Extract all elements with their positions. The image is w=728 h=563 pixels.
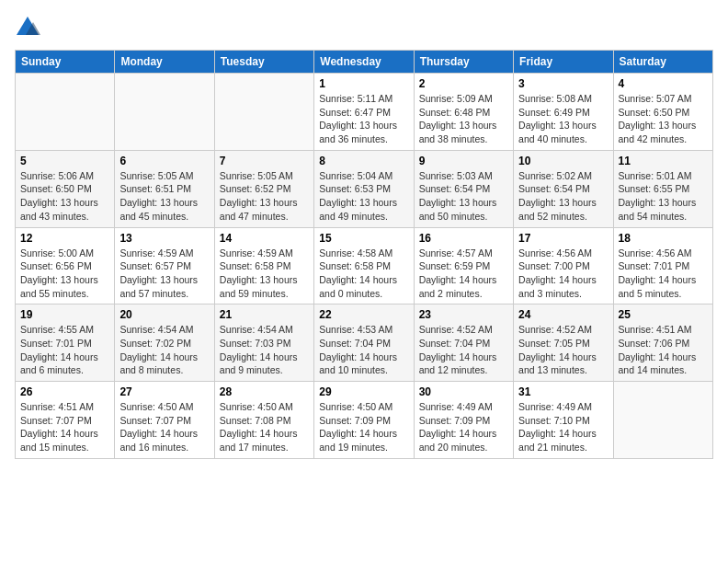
day-number: 22 (319, 308, 408, 321)
day-info: Sunrise: 5:03 AMSunset: 6:54 PMDaylight:… (419, 169, 508, 224)
calendar-empty-cell (115, 74, 214, 151)
day-info: Sunrise: 4:50 AMSunset: 7:08 PMDaylight:… (220, 400, 309, 454)
calendar-day-cell: 2Sunrise: 5:09 AMSunset: 6:48 PMDaylight… (414, 74, 513, 151)
day-info: Sunrise: 4:55 AMSunset: 7:01 PMDaylight:… (20, 323, 109, 377)
calendar-day-cell: 22Sunrise: 4:53 AMSunset: 7:04 PMDayligh… (314, 304, 414, 382)
weekday-header-thursday: Thursday (414, 51, 513, 74)
calendar-day-cell: 8Sunrise: 5:04 AMSunset: 6:53 PMDaylight… (314, 150, 414, 227)
calendar-day-cell: 5Sunrise: 5:06 AMSunset: 6:50 PMDaylight… (16, 150, 115, 227)
day-info: Sunrise: 4:50 AMSunset: 7:09 PMDaylight:… (319, 400, 408, 454)
calendar-week-row: 1Sunrise: 5:11 AMSunset: 6:47 PMDaylight… (16, 74, 713, 151)
day-number: 6 (119, 155, 209, 167)
calendar-day-cell: 6Sunrise: 5:05 AMSunset: 6:51 PMDaylight… (115, 150, 214, 227)
day-info: Sunrise: 4:58 AMSunset: 6:58 PMDaylight:… (319, 247, 408, 301)
calendar-empty-cell (16, 74, 115, 151)
day-number: 10 (518, 155, 608, 167)
calendar-day-cell: 27Sunrise: 4:50 AMSunset: 7:07 PMDayligh… (115, 382, 214, 459)
day-number: 25 (619, 308, 708, 321)
weekday-header-tuesday: Tuesday (214, 51, 313, 74)
day-number: 14 (220, 232, 309, 245)
day-number: 4 (619, 77, 708, 90)
day-info: Sunrise: 4:49 AMSunset: 7:10 PMDaylight:… (518, 400, 608, 454)
day-info: Sunrise: 5:07 AMSunset: 6:50 PMDaylight:… (619, 92, 708, 146)
calendar-day-cell: 26Sunrise: 4:51 AMSunset: 7:07 PMDayligh… (16, 382, 115, 459)
day-number: 27 (119, 385, 209, 398)
calendar-day-cell: 14Sunrise: 4:59 AMSunset: 6:58 PMDayligh… (214, 227, 313, 304)
weekday-header-row: SundayMondayTuesdayWednesdayThursdayFrid… (16, 51, 713, 74)
calendar-week-row: 19Sunrise: 4:55 AMSunset: 7:01 PMDayligh… (16, 304, 713, 382)
day-number: 18 (619, 232, 708, 245)
day-info: Sunrise: 5:09 AMSunset: 6:48 PMDaylight:… (419, 92, 508, 146)
logo (15, 15, 42, 40)
calendar-day-cell: 16Sunrise: 4:57 AMSunset: 6:59 PMDayligh… (414, 227, 513, 304)
day-info: Sunrise: 4:59 AMSunset: 6:58 PMDaylight:… (220, 247, 309, 301)
day-number: 19 (20, 308, 109, 321)
day-info: Sunrise: 5:01 AMSunset: 6:55 PMDaylight:… (619, 169, 708, 224)
calendar-day-cell: 29Sunrise: 4:50 AMSunset: 7:09 PMDayligh… (314, 382, 414, 459)
day-info: Sunrise: 5:06 AMSunset: 6:50 PMDaylight:… (20, 169, 109, 224)
calendar-day-cell: 13Sunrise: 4:59 AMSunset: 6:57 PMDayligh… (115, 227, 214, 304)
day-info: Sunrise: 4:54 AMSunset: 7:03 PMDaylight:… (220, 323, 309, 377)
day-info: Sunrise: 5:08 AMSunset: 6:49 PMDaylight:… (518, 92, 608, 146)
calendar-day-cell: 10Sunrise: 5:02 AMSunset: 6:54 PMDayligh… (514, 150, 613, 227)
day-info: Sunrise: 5:05 AMSunset: 6:52 PMDaylight:… (220, 169, 309, 224)
day-info: Sunrise: 4:49 AMSunset: 7:09 PMDaylight:… (419, 400, 508, 454)
weekday-header-friday: Friday (514, 51, 613, 74)
day-number: 3 (518, 77, 608, 90)
day-number: 15 (319, 232, 408, 245)
page-header (15, 15, 713, 40)
day-info: Sunrise: 5:11 AMSunset: 6:47 PMDaylight:… (319, 92, 408, 146)
day-number: 26 (20, 385, 109, 398)
calendar-day-cell: 1Sunrise: 5:11 AMSunset: 6:47 PMDaylight… (314, 74, 414, 151)
day-number: 9 (419, 155, 508, 167)
day-number: 23 (419, 308, 508, 321)
calendar-day-cell: 3Sunrise: 5:08 AMSunset: 6:49 PMDaylight… (514, 74, 613, 151)
day-info: Sunrise: 4:51 AMSunset: 7:07 PMDaylight:… (20, 400, 109, 454)
day-number: 17 (518, 232, 608, 245)
day-number: 28 (220, 385, 309, 398)
day-number: 20 (119, 308, 209, 321)
day-number: 11 (619, 155, 708, 167)
calendar-empty-cell (613, 382, 712, 459)
logo-icon (15, 15, 40, 40)
calendar-day-cell: 24Sunrise: 4:52 AMSunset: 7:05 PMDayligh… (514, 304, 613, 382)
day-number: 7 (220, 155, 309, 167)
calendar-day-cell: 23Sunrise: 4:52 AMSunset: 7:04 PMDayligh… (414, 304, 513, 382)
weekday-header-monday: Monday (115, 51, 214, 74)
day-info: Sunrise: 4:50 AMSunset: 7:07 PMDaylight:… (119, 400, 209, 454)
calendar-day-cell: 17Sunrise: 4:56 AMSunset: 7:00 PMDayligh… (514, 227, 613, 304)
calendar-week-row: 12Sunrise: 5:00 AMSunset: 6:56 PMDayligh… (16, 227, 713, 304)
day-number: 5 (20, 155, 109, 167)
calendar-day-cell: 20Sunrise: 4:54 AMSunset: 7:02 PMDayligh… (115, 304, 214, 382)
day-number: 31 (518, 385, 608, 398)
day-info: Sunrise: 4:57 AMSunset: 6:59 PMDaylight:… (419, 247, 508, 301)
calendar-day-cell: 11Sunrise: 5:01 AMSunset: 6:55 PMDayligh… (613, 150, 712, 227)
day-info: Sunrise: 4:56 AMSunset: 7:00 PMDaylight:… (518, 247, 608, 301)
day-info: Sunrise: 5:04 AMSunset: 6:53 PMDaylight:… (319, 169, 408, 224)
calendar-day-cell: 9Sunrise: 5:03 AMSunset: 6:54 PMDaylight… (414, 150, 513, 227)
calendar-day-cell: 31Sunrise: 4:49 AMSunset: 7:10 PMDayligh… (514, 382, 613, 459)
calendar-week-row: 5Sunrise: 5:06 AMSunset: 6:50 PMDaylight… (16, 150, 713, 227)
day-info: Sunrise: 4:54 AMSunset: 7:02 PMDaylight:… (119, 323, 209, 377)
calendar-day-cell: 21Sunrise: 4:54 AMSunset: 7:03 PMDayligh… (214, 304, 313, 382)
day-info: Sunrise: 4:53 AMSunset: 7:04 PMDaylight:… (319, 323, 408, 377)
calendar-day-cell: 28Sunrise: 4:50 AMSunset: 7:08 PMDayligh… (214, 382, 313, 459)
weekday-header-wednesday: Wednesday (314, 51, 414, 74)
day-info: Sunrise: 4:52 AMSunset: 7:05 PMDaylight:… (518, 323, 608, 377)
day-number: 24 (518, 308, 608, 321)
day-info: Sunrise: 5:05 AMSunset: 6:51 PMDaylight:… (119, 169, 209, 224)
day-number: 13 (119, 232, 209, 245)
calendar-empty-cell (214, 74, 313, 151)
calendar-day-cell: 25Sunrise: 4:51 AMSunset: 7:06 PMDayligh… (613, 304, 712, 382)
day-number: 1 (319, 77, 408, 90)
day-info: Sunrise: 5:02 AMSunset: 6:54 PMDaylight:… (518, 169, 608, 224)
calendar-day-cell: 30Sunrise: 4:49 AMSunset: 7:09 PMDayligh… (414, 382, 513, 459)
day-info: Sunrise: 4:52 AMSunset: 7:04 PMDaylight:… (419, 323, 508, 377)
calendar-day-cell: 15Sunrise: 4:58 AMSunset: 6:58 PMDayligh… (314, 227, 414, 304)
calendar-day-cell: 12Sunrise: 5:00 AMSunset: 6:56 PMDayligh… (16, 227, 115, 304)
day-number: 21 (220, 308, 309, 321)
day-number: 16 (419, 232, 508, 245)
day-number: 12 (20, 232, 109, 245)
calendar-week-row: 26Sunrise: 4:51 AMSunset: 7:07 PMDayligh… (16, 382, 713, 459)
day-number: 2 (419, 77, 508, 90)
